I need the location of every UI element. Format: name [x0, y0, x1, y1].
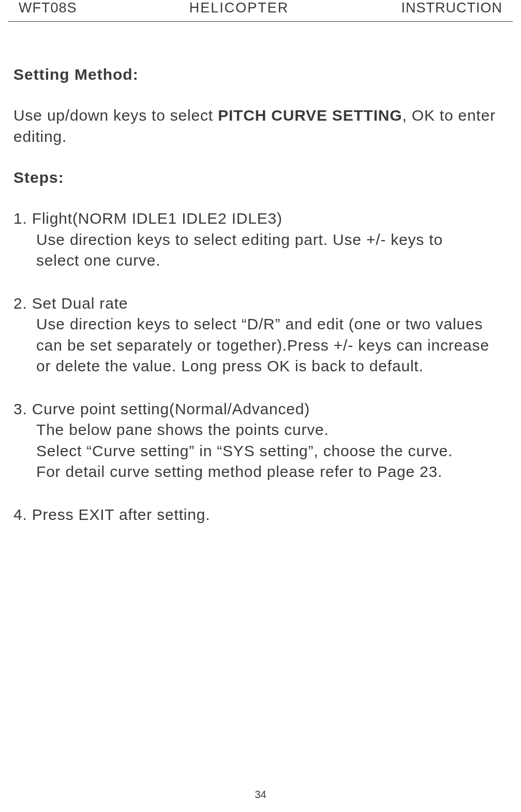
step-1-line-2: select one curve. [13, 250, 508, 271]
intro-prefix: Use up/down keys to select [13, 107, 218, 124]
page-number: 34 [255, 789, 266, 801]
step-1-title: 1. Flight(NORM IDLE1 IDLE2 IDLE3) [13, 208, 508, 229]
step-2-line-2: can be set separately or together).Press… [13, 335, 508, 356]
intro-bold: PITCH CURVE SETTING [218, 107, 402, 124]
header-doctype: INSTRUCTION [401, 0, 503, 16]
step-2-title: 2. Set Dual rate [13, 293, 508, 314]
page-header: WFT08S HELICOPTER INSTRUCTION [8, 0, 513, 22]
page-content: Setting Method: Use up/down keys to sele… [0, 22, 521, 525]
step-1-line-1: Use direction keys to select editing par… [13, 229, 508, 251]
step-2-line-3: or delete the value. Long press OK is ba… [13, 356, 508, 377]
step-3: 3. Curve point setting(Normal/Advanced) … [13, 399, 508, 483]
steps-heading: Steps: [13, 169, 508, 186]
intro-text: Use up/down keys to select PITCH CURVE S… [13, 105, 508, 147]
step-4: 4. Press EXIT after setting. [13, 504, 508, 526]
header-model: WFT08S [19, 0, 77, 16]
step-2-line-1: Use direction keys to select “D/R” and e… [13, 314, 508, 335]
step-1: 1. Flight(NORM IDLE1 IDLE2 IDLE3) Use di… [13, 208, 508, 271]
step-3-line-2: Select “Curve setting” in “SYS setting”,… [13, 441, 508, 462]
step-3-line-3: For detail curve setting method please r… [13, 461, 508, 483]
step-2: 2. Set Dual rate Use direction keys to s… [13, 293, 508, 377]
header-category: HELICOPTER [189, 0, 289, 16]
step-3-line-1: The below pane shows the points curve. [13, 419, 508, 441]
setting-method-heading: Setting Method: [13, 66, 508, 83]
step-4-title: 4. Press EXIT after setting. [13, 504, 508, 526]
step-3-title: 3. Curve point setting(Normal/Advanced) [13, 399, 508, 420]
